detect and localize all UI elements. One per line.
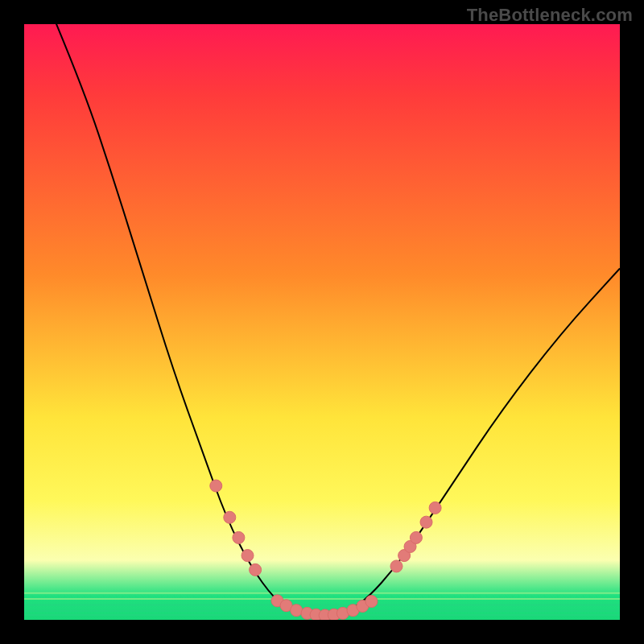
curve-marker xyxy=(410,531,422,543)
curve-marker xyxy=(390,560,402,572)
curve-marker xyxy=(250,564,262,576)
curve-marker xyxy=(365,596,378,608)
plot-area xyxy=(24,24,620,620)
curve-marker xyxy=(224,511,236,523)
curve-marker xyxy=(291,605,303,617)
watermark-text: TheBottleneck.com xyxy=(467,5,633,26)
curve-marker xyxy=(242,550,254,562)
curve-marker xyxy=(233,531,245,543)
bottleneck-chart xyxy=(0,0,644,644)
curve-marker xyxy=(210,480,222,492)
curve-marker xyxy=(429,502,441,514)
curve-marker xyxy=(420,516,432,528)
chart-stage: { "watermark": "TheBottleneck.com", "col… xyxy=(0,0,644,644)
